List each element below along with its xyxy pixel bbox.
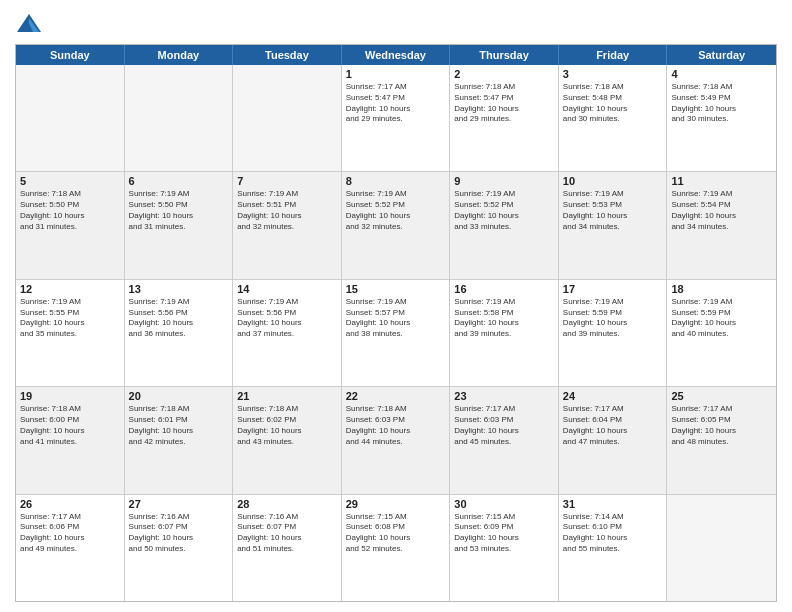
cal-cell <box>233 65 342 171</box>
logo-icon <box>15 10 43 38</box>
day-number: 19 <box>20 390 120 402</box>
calendar: SundayMondayTuesdayWednesdayThursdayFrid… <box>15 44 777 602</box>
cal-cell: 23Sunrise: 7:17 AM Sunset: 6:03 PM Dayli… <box>450 387 559 493</box>
header <box>15 10 777 38</box>
cal-cell: 1Sunrise: 7:17 AM Sunset: 5:47 PM Daylig… <box>342 65 451 171</box>
cell-info: Sunrise: 7:17 AM Sunset: 6:06 PM Dayligh… <box>20 512 120 555</box>
day-number: 6 <box>129 175 229 187</box>
cal-cell: 31Sunrise: 7:14 AM Sunset: 6:10 PM Dayli… <box>559 495 668 601</box>
day-number: 26 <box>20 498 120 510</box>
cal-week-1: 1Sunrise: 7:17 AM Sunset: 5:47 PM Daylig… <box>16 65 776 172</box>
cal-cell: 25Sunrise: 7:17 AM Sunset: 6:05 PM Dayli… <box>667 387 776 493</box>
cell-info: Sunrise: 7:15 AM Sunset: 6:09 PM Dayligh… <box>454 512 554 555</box>
cal-cell: 6Sunrise: 7:19 AM Sunset: 5:50 PM Daylig… <box>125 172 234 278</box>
day-number: 9 <box>454 175 554 187</box>
day-number: 16 <box>454 283 554 295</box>
cell-info: Sunrise: 7:19 AM Sunset: 5:54 PM Dayligh… <box>671 189 772 232</box>
cal-cell: 29Sunrise: 7:15 AM Sunset: 6:08 PM Dayli… <box>342 495 451 601</box>
day-number: 12 <box>20 283 120 295</box>
cal-cell: 17Sunrise: 7:19 AM Sunset: 5:59 PM Dayli… <box>559 280 668 386</box>
cal-cell: 15Sunrise: 7:19 AM Sunset: 5:57 PM Dayli… <box>342 280 451 386</box>
day-number: 30 <box>454 498 554 510</box>
cal-cell: 11Sunrise: 7:19 AM Sunset: 5:54 PM Dayli… <box>667 172 776 278</box>
cell-info: Sunrise: 7:19 AM Sunset: 5:55 PM Dayligh… <box>20 297 120 340</box>
cell-info: Sunrise: 7:19 AM Sunset: 5:56 PM Dayligh… <box>129 297 229 340</box>
cell-info: Sunrise: 7:15 AM Sunset: 6:08 PM Dayligh… <box>346 512 446 555</box>
cal-cell: 10Sunrise: 7:19 AM Sunset: 5:53 PM Dayli… <box>559 172 668 278</box>
page: SundayMondayTuesdayWednesdayThursdayFrid… <box>0 0 792 612</box>
cell-info: Sunrise: 7:17 AM Sunset: 6:05 PM Dayligh… <box>671 404 772 447</box>
cal-header-wednesday: Wednesday <box>342 45 451 65</box>
cell-info: Sunrise: 7:19 AM Sunset: 5:57 PM Dayligh… <box>346 297 446 340</box>
cal-header-thursday: Thursday <box>450 45 559 65</box>
cal-cell: 7Sunrise: 7:19 AM Sunset: 5:51 PM Daylig… <box>233 172 342 278</box>
cal-cell: 2Sunrise: 7:18 AM Sunset: 5:47 PM Daylig… <box>450 65 559 171</box>
day-number: 2 <box>454 68 554 80</box>
cal-cell: 18Sunrise: 7:19 AM Sunset: 5:59 PM Dayli… <box>667 280 776 386</box>
cal-cell: 22Sunrise: 7:18 AM Sunset: 6:03 PM Dayli… <box>342 387 451 493</box>
cell-info: Sunrise: 7:18 AM Sunset: 6:00 PM Dayligh… <box>20 404 120 447</box>
cal-header-monday: Monday <box>125 45 234 65</box>
cell-info: Sunrise: 7:19 AM Sunset: 5:56 PM Dayligh… <box>237 297 337 340</box>
cal-cell: 16Sunrise: 7:19 AM Sunset: 5:58 PM Dayli… <box>450 280 559 386</box>
cal-header-saturday: Saturday <box>667 45 776 65</box>
day-number: 22 <box>346 390 446 402</box>
cal-header-sunday: Sunday <box>16 45 125 65</box>
day-number: 1 <box>346 68 446 80</box>
cal-header-friday: Friday <box>559 45 668 65</box>
day-number: 24 <box>563 390 663 402</box>
cell-info: Sunrise: 7:18 AM Sunset: 6:03 PM Dayligh… <box>346 404 446 447</box>
cell-info: Sunrise: 7:19 AM Sunset: 5:51 PM Dayligh… <box>237 189 337 232</box>
day-number: 11 <box>671 175 772 187</box>
cal-cell: 24Sunrise: 7:17 AM Sunset: 6:04 PM Dayli… <box>559 387 668 493</box>
cal-week-4: 19Sunrise: 7:18 AM Sunset: 6:00 PM Dayli… <box>16 387 776 494</box>
cell-info: Sunrise: 7:19 AM Sunset: 5:58 PM Dayligh… <box>454 297 554 340</box>
cal-header-tuesday: Tuesday <box>233 45 342 65</box>
cal-cell: 3Sunrise: 7:18 AM Sunset: 5:48 PM Daylig… <box>559 65 668 171</box>
day-number: 4 <box>671 68 772 80</box>
cal-cell: 20Sunrise: 7:18 AM Sunset: 6:01 PM Dayli… <box>125 387 234 493</box>
cal-cell: 21Sunrise: 7:18 AM Sunset: 6:02 PM Dayli… <box>233 387 342 493</box>
logo <box>15 10 47 38</box>
cell-info: Sunrise: 7:18 AM Sunset: 5:49 PM Dayligh… <box>671 82 772 125</box>
cell-info: Sunrise: 7:19 AM Sunset: 5:52 PM Dayligh… <box>346 189 446 232</box>
cell-info: Sunrise: 7:19 AM Sunset: 5:59 PM Dayligh… <box>671 297 772 340</box>
cal-cell: 8Sunrise: 7:19 AM Sunset: 5:52 PM Daylig… <box>342 172 451 278</box>
cal-cell: 27Sunrise: 7:16 AM Sunset: 6:07 PM Dayli… <box>125 495 234 601</box>
calendar-body: 1Sunrise: 7:17 AM Sunset: 5:47 PM Daylig… <box>16 65 776 601</box>
cal-cell: 30Sunrise: 7:15 AM Sunset: 6:09 PM Dayli… <box>450 495 559 601</box>
calendar-header-row: SundayMondayTuesdayWednesdayThursdayFrid… <box>16 45 776 65</box>
cal-cell <box>16 65 125 171</box>
day-number: 31 <box>563 498 663 510</box>
cal-cell: 26Sunrise: 7:17 AM Sunset: 6:06 PM Dayli… <box>16 495 125 601</box>
cell-info: Sunrise: 7:17 AM Sunset: 6:03 PM Dayligh… <box>454 404 554 447</box>
day-number: 14 <box>237 283 337 295</box>
day-number: 13 <box>129 283 229 295</box>
day-number: 8 <box>346 175 446 187</box>
day-number: 29 <box>346 498 446 510</box>
cal-cell <box>667 495 776 601</box>
day-number: 18 <box>671 283 772 295</box>
day-number: 21 <box>237 390 337 402</box>
cal-cell: 14Sunrise: 7:19 AM Sunset: 5:56 PM Dayli… <box>233 280 342 386</box>
day-number: 23 <box>454 390 554 402</box>
cell-info: Sunrise: 7:17 AM Sunset: 6:04 PM Dayligh… <box>563 404 663 447</box>
cal-cell: 19Sunrise: 7:18 AM Sunset: 6:00 PM Dayli… <box>16 387 125 493</box>
day-number: 10 <box>563 175 663 187</box>
cal-week-3: 12Sunrise: 7:19 AM Sunset: 5:55 PM Dayli… <box>16 280 776 387</box>
cal-cell: 28Sunrise: 7:16 AM Sunset: 6:07 PM Dayli… <box>233 495 342 601</box>
cell-info: Sunrise: 7:19 AM Sunset: 5:52 PM Dayligh… <box>454 189 554 232</box>
day-number: 28 <box>237 498 337 510</box>
cell-info: Sunrise: 7:19 AM Sunset: 5:59 PM Dayligh… <box>563 297 663 340</box>
cal-cell: 13Sunrise: 7:19 AM Sunset: 5:56 PM Dayli… <box>125 280 234 386</box>
cell-info: Sunrise: 7:14 AM Sunset: 6:10 PM Dayligh… <box>563 512 663 555</box>
cell-info: Sunrise: 7:18 AM Sunset: 5:47 PM Dayligh… <box>454 82 554 125</box>
day-number: 7 <box>237 175 337 187</box>
cell-info: Sunrise: 7:19 AM Sunset: 5:53 PM Dayligh… <box>563 189 663 232</box>
cal-cell <box>125 65 234 171</box>
cell-info: Sunrise: 7:19 AM Sunset: 5:50 PM Dayligh… <box>129 189 229 232</box>
cal-cell: 12Sunrise: 7:19 AM Sunset: 5:55 PM Dayli… <box>16 280 125 386</box>
cal-week-5: 26Sunrise: 7:17 AM Sunset: 6:06 PM Dayli… <box>16 495 776 601</box>
cal-week-2: 5Sunrise: 7:18 AM Sunset: 5:50 PM Daylig… <box>16 172 776 279</box>
cell-info: Sunrise: 7:16 AM Sunset: 6:07 PM Dayligh… <box>129 512 229 555</box>
